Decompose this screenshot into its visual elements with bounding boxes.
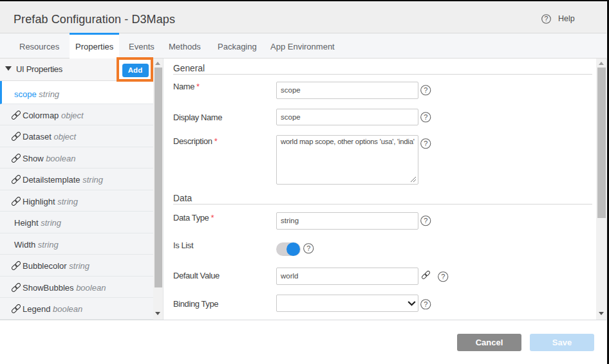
svg-text:?: ? <box>441 273 445 280</box>
svg-text:?: ? <box>424 217 427 224</box>
svg-text:?: ? <box>424 300 427 308</box>
svg-text:?: ? <box>424 140 427 147</box>
svg-text:?: ? <box>424 113 427 121</box>
svg-text:?: ? <box>424 86 427 94</box>
svg-text:?: ? <box>306 244 310 252</box>
svg-text:?: ? <box>545 15 548 23</box>
